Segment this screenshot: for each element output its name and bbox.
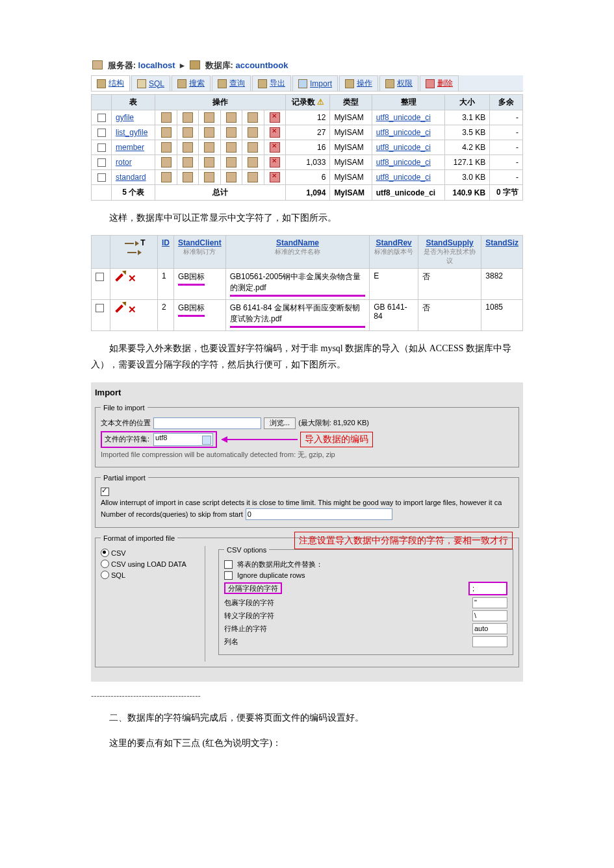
table-link[interactable]: rotor bbox=[116, 158, 132, 167]
cell-size: 3882 bbox=[481, 269, 523, 300]
breadcrumb: 服务器: localhost ▸ 数据库: accountbook bbox=[91, 58, 523, 75]
edit-icon[interactable] bbox=[112, 300, 128, 316]
csv-option-row: 分隔字段的字符 bbox=[224, 582, 507, 595]
radio-icon[interactable] bbox=[101, 549, 109, 557]
search-icon[interactable] bbox=[204, 127, 214, 138]
edit-icon[interactable] bbox=[112, 269, 128, 284]
row-checkbox[interactable] bbox=[97, 143, 106, 152]
browse-icon[interactable] bbox=[161, 112, 172, 123]
empty-icon[interactable] bbox=[248, 127, 258, 138]
col-size[interactable]: StandSiz bbox=[481, 236, 523, 269]
struct-icon[interactable] bbox=[183, 112, 193, 123]
format-option[interactable]: CSV using LOAD DATA bbox=[101, 560, 198, 568]
struct-icon[interactable] bbox=[183, 172, 193, 182]
insert-icon[interactable] bbox=[226, 172, 237, 182]
db-label: 数据库 bbox=[205, 60, 231, 70]
struct-icon[interactable] bbox=[183, 127, 193, 138]
drop-icon[interactable] bbox=[270, 127, 280, 138]
format-option[interactable]: CSV bbox=[101, 549, 198, 557]
row-checkbox[interactable] bbox=[96, 304, 104, 312]
table-link[interactable]: member bbox=[116, 143, 144, 152]
tab-privs[interactable]: 权限 bbox=[379, 75, 418, 91]
csv-option-input[interactable] bbox=[472, 610, 507, 621]
csv-option-label: 分隔字段的字符 bbox=[224, 584, 296, 593]
col-name[interactable]: StandName标准的文件名称 bbox=[225, 236, 370, 269]
table-link[interactable]: list_gyfile bbox=[116, 128, 147, 137]
row-checkbox[interactable] bbox=[97, 158, 106, 167]
csv-option-input[interactable] bbox=[472, 623, 507, 634]
empty-icon[interactable] bbox=[248, 112, 258, 123]
drop-icon[interactable] bbox=[270, 157, 280, 167]
tab-drop[interactable]: 删除 bbox=[420, 75, 459, 91]
drop-icon[interactable] bbox=[270, 172, 280, 182]
col-id[interactable]: ID bbox=[158, 236, 174, 269]
skip-input[interactable] bbox=[246, 508, 392, 520]
delete-icon[interactable]: ✕ bbox=[128, 304, 136, 315]
csv-replace-checkbox[interactable] bbox=[224, 560, 233, 569]
row-checkbox[interactable] bbox=[97, 173, 106, 182]
search-icon[interactable] bbox=[204, 112, 214, 123]
radio-icon[interactable] bbox=[101, 560, 109, 568]
csv-option-input[interactable] bbox=[472, 636, 507, 647]
tab-query[interactable]: 查询 bbox=[212, 75, 251, 91]
insert-icon[interactable] bbox=[226, 112, 237, 123]
search-icon[interactable] bbox=[204, 142, 214, 153]
row-checkbox[interactable] bbox=[97, 114, 106, 122]
tab-export[interactable]: 导出 bbox=[252, 75, 291, 91]
max-size-label: (最大限制: 81,920 KB) bbox=[298, 418, 369, 428]
server-link[interactable]: localhost bbox=[138, 60, 175, 70]
browse-icon[interactable] bbox=[161, 157, 172, 167]
insert-icon[interactable] bbox=[226, 157, 237, 167]
empty-icon[interactable] bbox=[248, 157, 258, 167]
browse-icon[interactable] bbox=[161, 172, 172, 182]
cell-rev: E bbox=[370, 269, 418, 300]
insert-icon[interactable] bbox=[226, 142, 237, 153]
empty-icon[interactable] bbox=[248, 142, 258, 153]
tab-import[interactable]: Import bbox=[292, 75, 338, 91]
struct-icon[interactable] bbox=[183, 157, 193, 167]
table-link[interactable]: gyfile bbox=[116, 113, 134, 122]
format-option[interactable]: SQL bbox=[101, 571, 198, 579]
radio-icon[interactable] bbox=[101, 571, 109, 579]
search-icon[interactable] bbox=[204, 157, 214, 167]
col-extra: 多余 bbox=[490, 95, 523, 110]
drop-icon[interactable] bbox=[270, 112, 280, 123]
browse-button[interactable]: 浏览... bbox=[264, 417, 296, 429]
tab-search[interactable]: 搜索 bbox=[172, 75, 211, 91]
insert-icon[interactable] bbox=[226, 127, 237, 138]
delete-icon[interactable]: ✕ bbox=[128, 273, 136, 284]
tab-operate[interactable]: 操作 bbox=[339, 75, 378, 91]
csv-option-input[interactable] bbox=[472, 597, 507, 608]
allow-interrupt-checkbox[interactable] bbox=[101, 488, 109, 496]
csv-option-input[interactable] bbox=[468, 582, 507, 595]
tab-sql[interactable]: SQL bbox=[131, 75, 170, 91]
col-rev[interactable]: StandRev标准的版本号 bbox=[370, 236, 418, 269]
row-count: 16 bbox=[286, 140, 330, 155]
search-icon[interactable] bbox=[204, 172, 214, 182]
empty-icon[interactable] bbox=[248, 172, 258, 182]
db-link[interactable]: accountbook bbox=[235, 60, 288, 70]
browse-icon[interactable] bbox=[161, 142, 172, 153]
tab-struct[interactable]: 结构 bbox=[91, 75, 130, 91]
col-table: 表 bbox=[112, 95, 155, 110]
search-icon bbox=[177, 79, 186, 88]
col-client[interactable]: StandClient标准制订方 bbox=[174, 236, 226, 269]
drop-icon[interactable] bbox=[270, 142, 280, 153]
charset-label: 文件的字符集: bbox=[105, 434, 149, 444]
file-location-input[interactable] bbox=[153, 417, 261, 429]
browse-icon[interactable] bbox=[161, 127, 172, 138]
row-collation: utf8_unicode_ci bbox=[372, 155, 445, 170]
csv-ignore-checkbox[interactable] bbox=[224, 571, 233, 580]
row-checkbox[interactable] bbox=[97, 129, 106, 137]
summary-size: 140.9 KB bbox=[445, 185, 490, 201]
row-checkbox[interactable] bbox=[96, 273, 104, 281]
row-size: 3.1 KB bbox=[445, 110, 490, 125]
struct-icon[interactable] bbox=[183, 142, 193, 153]
row-collation: utf8_unicode_ci bbox=[372, 140, 445, 155]
charset-select[interactable]: utf8 bbox=[153, 433, 213, 446]
col-supply[interactable]: StandSupply是否为补充技术协议 bbox=[418, 236, 481, 269]
table-row: ✕1GB国标GB10561-2005钢中非金属夹杂物含量的测定.pdfE否388… bbox=[92, 269, 523, 300]
skip-label: Number of records(queries) to skip from … bbox=[101, 510, 243, 518]
server-icon bbox=[92, 60, 103, 69]
table-link[interactable]: standard bbox=[116, 173, 146, 182]
